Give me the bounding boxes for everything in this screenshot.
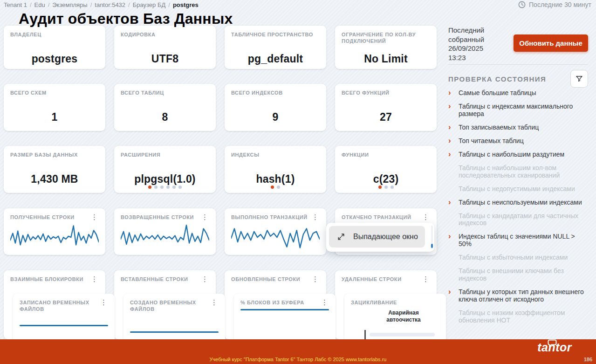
menu-item-label: Выпадающее окно: [353, 233, 418, 241]
carousel-dot[interactable]: [148, 185, 151, 189]
health-check-label: Таблицы у которых тип данных внешнего кл…: [459, 288, 588, 303]
carousel-dot[interactable]: [271, 185, 274, 189]
refresh-data-button[interactable]: Обновить данные: [514, 34, 588, 52]
health-check-item[interactable]: ›Топ записываемых таблиц: [448, 124, 588, 131]
footer: tantor Учебный курс "Платформа Tantor 6"…: [0, 339, 596, 364]
card-connection-limit: ОГРАНИЧЕНИЕ ПО КОЛ-ВУ ПОДКЛЮЧЕНИЙ No Lim…: [335, 26, 437, 69]
kebab-menu-icon[interactable]: ⋮: [99, 299, 108, 306]
carousel-dot[interactable]: [384, 185, 388, 189]
kebab-menu-icon[interactable]: ⋮: [210, 299, 219, 306]
carousel-dot[interactable]: [277, 185, 280, 189]
card-temp-files-written: ЗАПИСАНО ВРЕМЕННЫХ ФАЙЛОВ ⋮: [13, 294, 115, 345]
card-value: 27: [342, 111, 430, 124]
carousel-dot[interactable]: [390, 185, 394, 189]
last-collected-label: Последний собранный 26/09/2025 13:23: [448, 26, 500, 62]
carousel-dot[interactable]: [160, 185, 164, 189]
chevron-right-icon: ›: [448, 151, 455, 158]
card-options-dropdown: Выпадающее окно: [326, 223, 434, 252]
carousel-dots[interactable]: [225, 185, 326, 189]
carousel-dot[interactable]: [378, 185, 382, 189]
card-label: ПОЛУЧЕННЫЕ СТРОКИ: [10, 214, 75, 220]
card-fetched-rows: ПОЛУЧЕННЫЕ СТРОКИ ⋮: [4, 208, 105, 255]
wraparound-gauge: [351, 330, 439, 339]
chevron-right-icon: ›: [448, 137, 455, 145]
card-extensions: РАСШИРЕНИЯ plpgsql(1.0): [114, 146, 216, 193]
flat-line-chart: [240, 309, 329, 310]
carousel-dot[interactable]: [166, 185, 170, 189]
time-range-selector[interactable]: Последние 30 минут: [518, 1, 591, 8]
breadcrumb-item[interactable]: Браузер БД: [133, 1, 166, 8]
sparkline-chart: [231, 222, 320, 251]
chevron-right-icon: ›: [448, 288, 455, 303]
breadcrumb-item[interactable]: Экземпляры: [52, 1, 87, 8]
kebab-menu-icon[interactable]: ⋮: [421, 214, 430, 220]
kebab-menu-icon[interactable]: ⋮: [90, 276, 99, 282]
health-check-item: Таблицы с наибольшим кол-вом последовате…: [448, 165, 588, 179]
sparkline-chart: [121, 222, 209, 251]
kebab-menu-icon[interactable]: ⋮: [320, 299, 329, 306]
carousel-dot[interactable]: [178, 185, 182, 189]
kebab-menu-icon[interactable]: ⋮: [90, 214, 99, 220]
filter-button[interactable]: [570, 70, 588, 88]
health-check-item[interactable]: ›Таблицы с наибольшим раздутием: [448, 151, 588, 158]
health-check-item[interactable]: ›Самые большие таблицы: [448, 89, 588, 97]
carousel-dots[interactable]: [114, 185, 216, 189]
kebab-menu-icon[interactable]: ⋮: [200, 214, 209, 220]
kebab-menu-icon[interactable]: ⋮: [311, 276, 320, 282]
card-total-schemas: ВСЕГО СХЕМ 1: [4, 84, 105, 131]
breadcrumb-item[interactable]: tantor:5432: [95, 1, 125, 8]
card-total-functions: ВСЕГО ФУНКЦИЙ 27: [335, 84, 437, 131]
menu-item-popout-window[interactable]: Выпадающее окно: [329, 226, 425, 247]
divider: [448, 64, 588, 65]
health-check-item[interactable]: ›Таблицы у которых тип данных внешнего к…: [448, 288, 588, 303]
card-total-indexes: ВСЕГО ИНДЕКСОВ 9: [225, 84, 326, 131]
carousel-dots[interactable]: [335, 185, 437, 189]
carousel-dot[interactable]: [154, 185, 158, 189]
card-label: ОГРАНИЧЕНИЕ ПО КОЛ-ВУ ПОДКЛЮЧЕНИЙ: [342, 31, 430, 45]
card-label: ВОЗВРАЩЕННЫЕ СТРОКИ: [121, 214, 194, 220]
health-check-item: Таблицы с избыточными индексами: [448, 254, 588, 261]
card-label: ВСТАВЛЕННЫЕ СТРОКИ: [121, 276, 188, 282]
breadcrumb-item[interactable]: Tenant 1: [4, 1, 27, 8]
scrollbar-thumb[interactable]: [431, 244, 433, 248]
carousel-dot[interactable]: [172, 185, 176, 189]
card-db-size: РАЗМЕР БАЗЫ ДАННЫХ 1,430 MB: [4, 146, 105, 193]
card-value: 8: [121, 111, 209, 124]
kebab-menu-icon[interactable]: ⋮: [421, 276, 430, 282]
chevron-right-icon: ›: [448, 124, 455, 131]
health-check-item[interactable]: ›Таблицы с индексами максимального разме…: [448, 103, 588, 118]
scrollbar-track[interactable]: [431, 226, 433, 249]
card-label: ОТКАЧЕНО ТРАНЗАКЦИЙ: [342, 214, 411, 220]
chevron-right-icon: ›: [448, 233, 455, 248]
card-value: 9: [231, 111, 320, 124]
health-check-label: Индексы таблиц с значениями NULL > 50%: [459, 233, 588, 248]
gauge-marker[interactable]: [364, 330, 366, 339]
stats-row-2: ВСЕГО СХЕМ 1 ВСЕГО ТАБЛИЦ 8 ВСЕГО ИНДЕКС…: [4, 84, 437, 131]
filter-funnel-icon: [575, 75, 583, 83]
health-check-item[interactable]: ›Таблицы с неиспользуемыми индексами: [448, 199, 588, 206]
health-check-item[interactable]: ›Индексы таблиц с значениями NULL > 50%: [448, 233, 588, 248]
health-check-label: Самые большие таблицы: [459, 89, 536, 97]
chevron-placeholder: [448, 309, 455, 324]
kebab-menu-icon[interactable]: ⋮: [200, 276, 209, 282]
card-value: plpgsql(1.0): [121, 173, 209, 185]
health-check-label: Таблицы с низким коэффициентом обновлени…: [459, 309, 588, 324]
expand-icon: [336, 232, 346, 241]
card-functions-carousel: ФУНКЦИИ c(23): [335, 146, 437, 193]
card-value: pg_default: [231, 53, 320, 65]
card-label: ВСЕГО ИНДЕКСОВ: [231, 89, 320, 103]
card-label: СОЗДАНО ВРЕМЕННЫХ ФАЙЛОВ: [130, 299, 210, 313]
kebab-menu-icon[interactable]: ⋮: [311, 214, 320, 220]
health-check-item[interactable]: ›Топ читаемых таблиц: [448, 137, 588, 145]
breadcrumb-item[interactable]: Edu: [34, 1, 45, 8]
card-encoding: КОДИРОВКА UTF8: [114, 26, 216, 69]
time-range-label: Последние 30 минут: [529, 1, 591, 8]
breadcrumb-separator: /: [168, 1, 170, 8]
card-label: ТАБЛИЧНОЕ ПРОСТРАНСТВО: [231, 31, 320, 45]
page-title: Аудит объектов Баз Данных: [19, 10, 233, 27]
health-check-sidebar: Последний собранный 26/09/2025 13:23 Обн…: [448, 26, 588, 62]
card-label: ВЫПОЛНЕНО ТРАНЗАКЦИЙ: [231, 214, 308, 220]
card-returned-rows: ВОЗВРАЩЕННЫЕ СТРОКИ ⋮: [114, 208, 216, 255]
clock-icon: [518, 1, 526, 8]
stats-row-1: ВЛАДЕЛЕЦ postgres КОДИРОВКА UTF8 ТАБЛИЧН…: [4, 26, 437, 69]
